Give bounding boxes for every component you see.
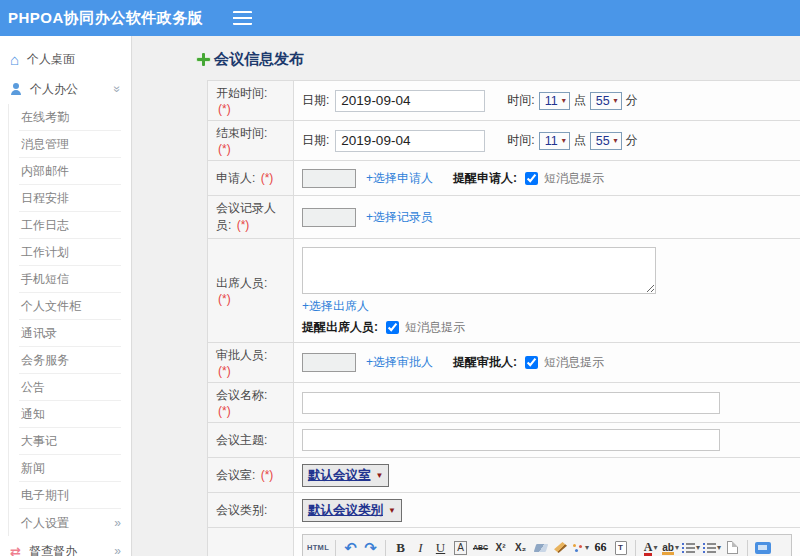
sidebar-item-e-journal[interactable]: 电子期刊	[19, 482, 121, 509]
sidebar-item-personal-office[interactable]: 个人办公 »	[0, 74, 131, 104]
form-row-start-time: 开始时间: (*) 日期: 时间: 11▾ 点 55▾ 分	[208, 81, 800, 121]
undo-icon[interactable]: ↶	[342, 538, 359, 556]
hour-unit: 点	[574, 92, 586, 109]
font-style-button[interactable]: A	[454, 541, 467, 555]
remind-applicant-checkbox[interactable]	[525, 172, 538, 185]
applicant-input[interactable]	[302, 169, 356, 188]
approver-input[interactable]	[302, 353, 356, 372]
meeting-topic-label: 会议主题:	[208, 423, 294, 458]
sidebar-item-internal-mail[interactable]: 内部邮件	[19, 158, 121, 185]
sidebar-item-sms[interactable]: 手机短信	[19, 266, 121, 293]
strikethrough-button[interactable]: ABC	[472, 538, 489, 556]
end-time-label: 结束时间: (*)	[208, 121, 294, 161]
sidebar-item-label: 个人设置	[21, 510, 114, 536]
bold-button[interactable]: B	[392, 538, 409, 556]
chevron-right-icon: »	[114, 544, 121, 556]
end-date-input[interactable]	[335, 130, 485, 152]
superscript-button[interactable]: X²	[492, 538, 509, 556]
minute-unit: 分	[626, 92, 638, 109]
applicant-label: 申请人: (*)	[208, 161, 294, 196]
end-hour-select[interactable]: 11▾	[539, 132, 570, 150]
remind-approver-label: 提醒审批人:	[453, 354, 517, 371]
end-minute-select[interactable]: 55▾	[590, 132, 622, 150]
redo-icon[interactable]: ↷	[362, 538, 379, 556]
start-minute-select[interactable]: 55▾	[590, 92, 622, 110]
required-mark: (*)	[261, 468, 274, 482]
sms-hint-label: 短消息提示	[405, 319, 465, 336]
caret-down-icon: ▼	[376, 471, 384, 480]
page-title-text: 会议信息发布	[214, 50, 304, 69]
form-row-meeting-topic: 会议主题:	[208, 423, 800, 458]
form-row-meeting-room: 会议室: (*) 默认会议室 ▼	[208, 458, 800, 493]
meeting-category-select[interactable]: 默认会议类别 ▼	[302, 499, 402, 522]
chevron-down-icon: »	[111, 86, 125, 93]
form-row-meeting-category: 会议类别: 默认会议类别 ▼	[208, 493, 800, 528]
unordered-list-button[interactable]: ▾	[703, 538, 721, 556]
attendees-textarea[interactable]	[302, 247, 656, 294]
recorder-input[interactable]	[302, 208, 356, 227]
approver-label: 审批人员: (*)	[208, 343, 294, 383]
meeting-name-label: 会议名称: (*)	[208, 383, 294, 423]
start-time-label: 开始时间: (*)	[208, 81, 294, 121]
ordered-list-icon	[682, 543, 695, 553]
sidebar-item-work-log[interactable]: 工作日志	[19, 212, 121, 239]
fullscreen-button[interactable]	[754, 538, 771, 556]
form-row-meeting-name: 会议名称: (*)	[208, 383, 800, 423]
remind-approver-checkbox[interactable]	[525, 356, 538, 369]
sms-hint-label: 短消息提示	[544, 170, 604, 187]
start-date-input[interactable]	[335, 90, 485, 112]
required-mark: (*)	[218, 292, 231, 306]
sidebar-item-news[interactable]: 新闻	[19, 455, 121, 482]
blockquote-button[interactable]: 66	[592, 538, 609, 556]
attendees-label: 出席人员: (*)	[208, 239, 294, 343]
meeting-room-label: 会议室: (*)	[208, 458, 294, 493]
sidebar-item-personal-file-cabinet[interactable]: 个人文件柜	[19, 293, 121, 320]
underline-button[interactable]: U	[432, 538, 449, 556]
sidebar-item-label: 个人办公	[30, 81, 114, 98]
sidebar-item-meeting-services[interactable]: 会务服务	[19, 347, 121, 374]
highlight-color-button[interactable]: ab▾	[662, 538, 679, 556]
color-dots-icon	[572, 542, 584, 553]
meeting-category-label: 会议类别:	[208, 493, 294, 528]
page-title: 会议信息发布	[197, 50, 800, 69]
meeting-name-input[interactable]	[302, 392, 720, 414]
toolbar-separator	[635, 540, 636, 556]
html-source-button[interactable]: HTML	[307, 538, 329, 556]
ordered-list-button[interactable]: ▾	[682, 538, 700, 556]
eraser-button[interactable]	[532, 538, 549, 556]
hour-unit: 点	[574, 132, 586, 149]
date-label: 日期:	[302, 132, 329, 149]
form-row-attendees: 出席人员: (*) +选择出席人 提醒出席人员: 短消息提示	[208, 239, 800, 343]
pick-recorder-link[interactable]: +选择记录员	[366, 209, 433, 226]
sidebar-item-message-management[interactable]: 消息管理	[19, 131, 121, 158]
meeting-topic-input[interactable]	[302, 429, 720, 451]
sidebar-item-online-attendance[interactable]: 在线考勤	[19, 104, 121, 131]
paste-as-text-button[interactable]: T	[612, 538, 629, 556]
sidebar-submenu: 在线考勤 消息管理 内部邮件 日程安排 工作日志 工作计划 手机短信 个人文件柜…	[8, 104, 131, 536]
pick-applicant-link[interactable]: +选择申请人	[366, 170, 433, 187]
sidebar-item-major-events[interactable]: 大事记	[19, 428, 121, 455]
remind-attendees-checkbox[interactable]	[386, 321, 399, 334]
font-color-button[interactable]: A▾	[642, 538, 659, 556]
sidebar: ⌂ 个人桌面 个人办公 » 在线考勤 消息管理 内部邮件 日程安排 工作日志 工…	[0, 36, 132, 556]
hamburger-menu-icon[interactable]	[233, 11, 252, 25]
sidebar-item-contacts[interactable]: 通讯录	[19, 320, 121, 347]
sidebar-item-schedule[interactable]: 日程安排	[19, 185, 121, 212]
sidebar-item-personal-desktop[interactable]: ⌂ 个人桌面	[0, 44, 131, 74]
pick-attendees-link[interactable]: +选择出席人	[302, 298, 800, 315]
app-title: PHPOA协同办公软件政务版	[0, 9, 203, 28]
italic-button[interactable]: I	[412, 538, 429, 556]
sidebar-item-work-plan[interactable]: 工作计划	[19, 239, 121, 266]
new-page-button[interactable]	[724, 538, 741, 556]
emoticon-button[interactable]: ▾	[572, 538, 589, 556]
pick-approver-link[interactable]: +选择审批人	[366, 354, 433, 371]
sidebar-item-supervision[interactable]: ⇄ 督查督办 »	[0, 536, 131, 556]
sidebar-item-announcement[interactable]: 公告	[19, 374, 121, 401]
meeting-room-select[interactable]: 默认会议室 ▼	[302, 464, 389, 487]
start-hour-select[interactable]: 11▾	[539, 92, 570, 110]
sidebar-item-notice[interactable]: 通知	[19, 401, 121, 428]
subscript-button[interactable]: X₂	[512, 538, 529, 556]
sidebar-item-personal-settings[interactable]: 个人设置 »	[19, 509, 121, 536]
format-brush-button[interactable]	[552, 538, 569, 556]
required-mark: (*)	[218, 102, 231, 116]
